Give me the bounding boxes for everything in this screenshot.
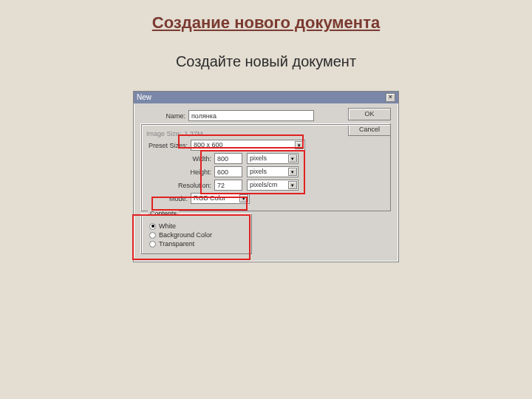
mode-label: Mode: [148,195,191,202]
dialog-wrapper: New × OK Cancel Name: Image Size: 1,37M … [133,91,399,262]
mode-combo[interactable]: RGB Color ▾ [191,193,250,204]
new-document-dialog: New × OK Cancel Name: Image Size: 1,37M … [133,91,399,262]
radio-icon [149,232,156,239]
radio-bgcolor[interactable]: Background Color [149,231,245,239]
chevron-down-icon: ▾ [288,168,297,176]
radio-transparent-label: Transparent [159,240,194,248]
resolution-input[interactable] [214,180,242,191]
radio-white-label: White [159,222,176,230]
dialog-titlebar: New × [134,92,398,103]
width-label: Width: [148,155,214,163]
chevron-down-icon: ▾ [295,141,304,149]
image-size-value: 1,37M [182,130,203,137]
radio-icon [149,241,156,248]
radio-bgcolor-label: Background Color [159,231,212,239]
radio-transparent[interactable]: Transparent [149,240,245,248]
width-units: pixels [250,154,267,163]
resolution-units-combo[interactable]: pixels/cm ▾ [247,180,299,191]
image-size-label: Image Size: [143,130,182,137]
radio-white[interactable]: White [149,222,245,230]
ok-button[interactable]: OK [348,108,391,120]
name-label: Name: [141,112,188,120]
preset-label: Preset Sizes: [148,142,191,149]
dialog-title: New [137,92,151,103]
resolution-label: Resolution: [148,182,214,189]
width-units-combo[interactable]: pixels ▾ [247,153,299,164]
height-label: Height: [148,168,214,176]
width-input[interactable] [214,153,242,164]
slide-subtitle: Создайте новый документ [0,53,532,70]
chevron-down-icon: ▾ [239,194,248,202]
chevron-down-icon: ▾ [288,154,297,163]
height-input[interactable] [214,166,242,177]
dialog-body: OK Cancel Name: Image Size: 1,37M Preset… [134,103,398,262]
height-units: pixels [250,167,267,177]
radio-icon [149,223,156,230]
slide-title: Создание нового документа [0,13,532,33]
contents-group-title: Contents [148,210,179,217]
resolution-units: pixels/cm [250,180,278,190]
preset-value: 800 x 600 [194,140,223,150]
name-input[interactable] [188,110,314,121]
height-units-combo[interactable]: pixels ▾ [247,166,299,177]
preset-combo[interactable]: 800 x 600 ▾ [191,140,305,151]
close-icon[interactable]: × [386,93,395,102]
chevron-down-icon: ▾ [288,181,297,189]
mode-value: RGB Color [194,194,226,203]
